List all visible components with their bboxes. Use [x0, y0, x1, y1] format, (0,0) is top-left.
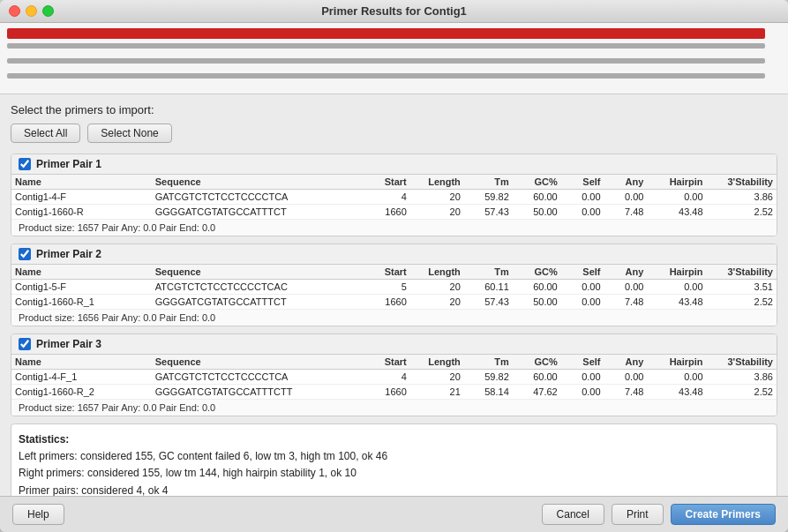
seq-track-1	[7, 28, 781, 41]
select-all-button[interactable]: Select All	[11, 124, 80, 143]
cell-sequence: GGGGATCGTATGCCATTTCT	[152, 295, 362, 310]
statistics-line-1: Left primers: considered 155, GC content…	[19, 448, 769, 465]
cell-stability: 2.52	[707, 295, 777, 310]
cell-tm: 60.11	[464, 280, 513, 295]
primer-pair-1-section: Primer Pair 1 Name Sequence Start Length…	[11, 154, 777, 236]
select-label: Select the primers to import:	[11, 103, 777, 116]
th-hairpin: Hairpin	[647, 175, 706, 190]
cell-length: 20	[410, 370, 464, 385]
cell-stability: 3.86	[707, 370, 777, 385]
close-button[interactable]	[9, 5, 20, 17]
cell-any: 0.00	[604, 190, 648, 205]
cell-length: 20	[410, 280, 464, 295]
cell-any: 7.48	[604, 205, 648, 220]
cell-start: 1660	[362, 385, 410, 400]
th-tm: Tm	[464, 355, 513, 370]
cell-tm: 58.14	[464, 385, 513, 400]
table-row: Contig1-1660-R GGGGATCGTATGCCATTTCT 1660…	[11, 205, 777, 220]
window-controls[interactable]	[9, 5, 54, 17]
cell-stability: 3.51	[707, 280, 777, 295]
th-hairpin: Hairpin	[647, 265, 706, 280]
cancel-button[interactable]: Cancel	[542, 504, 604, 525]
table-row: Contig1-5-F ATCGTCTCTCCTCCCCTCAC 5 20 60…	[11, 280, 777, 295]
primer-pair-2-header: Primer Pair 2	[11, 244, 777, 265]
seq-track-2	[7, 43, 781, 56]
th-hairpin: Hairpin	[647, 355, 706, 370]
th-start: Start	[362, 355, 410, 370]
statistics-title: Statistics:	[19, 431, 769, 448]
cell-sequence: GGGGATCGTATGCCATTTCT	[152, 205, 362, 220]
cell-tm: 59.82	[464, 370, 513, 385]
primer-pair-3-label: Primer Pair 3	[36, 338, 101, 350]
cell-stability: 2.52	[707, 385, 777, 400]
cell-gc: 50.00	[513, 295, 561, 310]
primer-pair-1-product-size: Product size: 1657 Pair Any: 0.0 Pair En…	[11, 219, 777, 236]
primer-pair-3-table: Name Sequence Start Length Tm GC% Self A…	[11, 355, 777, 399]
cell-start: 4	[362, 370, 410, 385]
primer-pair-3-checkbox[interactable]	[19, 338, 31, 350]
footer: Help Cancel Print Create Primers	[0, 496, 788, 532]
minimize-button[interactable]	[26, 5, 37, 17]
cell-name: Contig1-4-F_1	[11, 370, 152, 385]
cell-name: Contig1-4-F	[11, 190, 152, 205]
cell-stability: 3.86	[707, 190, 777, 205]
table-row: Contig1-4-F_1 GATCGTCTCTCCTCCCCTCA 4 20 …	[11, 370, 777, 385]
statistics-section: Statistics: Left primers: considered 155…	[11, 423, 777, 496]
primer-pair-2-label: Primer Pair 2	[36, 248, 101, 260]
cell-name: Contig1-5-F	[11, 280, 152, 295]
cell-hairpin: 43.48	[647, 385, 706, 400]
primer-pair-3-section: Primer Pair 3 Name Sequence Start Length…	[11, 333, 777, 416]
cell-self: 0.00	[561, 295, 604, 310]
th-any: Any	[604, 355, 648, 370]
statistics-line-3: Primer pairs: considered 4, ok 4	[19, 483, 769, 496]
cell-length: 20	[410, 295, 464, 310]
cell-length: 20	[410, 205, 464, 220]
cell-self: 0.00	[561, 190, 604, 205]
print-button[interactable]: Print	[612, 504, 664, 525]
cell-name: Contig1-1660-R	[11, 205, 152, 220]
th-name: Name	[11, 265, 152, 280]
select-none-button[interactable]: Select None	[87, 124, 171, 143]
table-row: Contig1-4-F GATCGTCTCTCCTCCCCTCA 4 20 59…	[11, 190, 777, 205]
statistics-line-2: Right primers: considered 155, low tm 14…	[19, 465, 769, 482]
cell-name: Contig1-1660-R_2	[11, 385, 152, 400]
cell-self: 0.00	[561, 205, 604, 220]
cell-start: 5	[362, 280, 410, 295]
window-title: Primer Results for Contig1	[321, 4, 467, 18]
cell-start: 4	[362, 190, 410, 205]
th-stability: 3'Stability	[707, 265, 777, 280]
cell-hairpin: 0.00	[647, 370, 706, 385]
cell-start: 1660	[362, 205, 410, 220]
help-button[interactable]: Help	[12, 504, 64, 525]
cell-name: Contig1-1660-R_1	[11, 295, 152, 310]
th-self: Self	[561, 355, 604, 370]
maximize-button[interactable]	[42, 5, 54, 17]
th-length: Length	[410, 355, 464, 370]
cell-gc: 60.00	[513, 370, 561, 385]
th-gc: GC%	[513, 175, 561, 190]
primer-pair-2-checkbox[interactable]	[19, 248, 31, 260]
cell-sequence: ATCGTCTCTCCTCCCCTCAC	[152, 280, 362, 295]
cell-tm: 57.43	[464, 295, 513, 310]
cell-tm: 59.82	[464, 190, 513, 205]
th-sequence: Sequence	[152, 265, 362, 280]
cell-sequence: GGGGATCGTATGCCATTTCTT	[152, 385, 362, 400]
primer-pair-2-product-size: Product size: 1656 Pair Any: 0.0 Pair En…	[11, 309, 777, 326]
primer-pair-2-table: Name Sequence Start Length Tm GC% Self A…	[11, 265, 777, 309]
th-stability: 3'Stability	[707, 175, 777, 190]
th-tm: Tm	[464, 175, 513, 190]
cell-self: 0.00	[561, 385, 604, 400]
cell-gc: 60.00	[513, 280, 561, 295]
primer-pair-1-checkbox[interactable]	[19, 158, 31, 170]
cell-sequence: GATCGTCTCTCCTCCCCTCA	[152, 370, 362, 385]
create-primers-button[interactable]: Create Primers	[671, 504, 776, 525]
th-self: Self	[561, 175, 604, 190]
sequence-viewer	[0, 23, 788, 94]
table-row: Contig1-1660-R_1 GGGGATCGTATGCCATTTCT 16…	[11, 295, 777, 310]
cell-sequence: GATCGTCTCTCCTCCCCTCA	[152, 190, 362, 205]
cell-gc: 50.00	[513, 205, 561, 220]
primer-pair-1-table: Name Sequence Start Length Tm GC% Self A…	[11, 175, 777, 219]
cell-any: 7.48	[604, 385, 648, 400]
primer-pair-2-section: Primer Pair 2 Name Sequence Start Length…	[11, 244, 777, 326]
seq-track-4	[7, 73, 781, 86]
